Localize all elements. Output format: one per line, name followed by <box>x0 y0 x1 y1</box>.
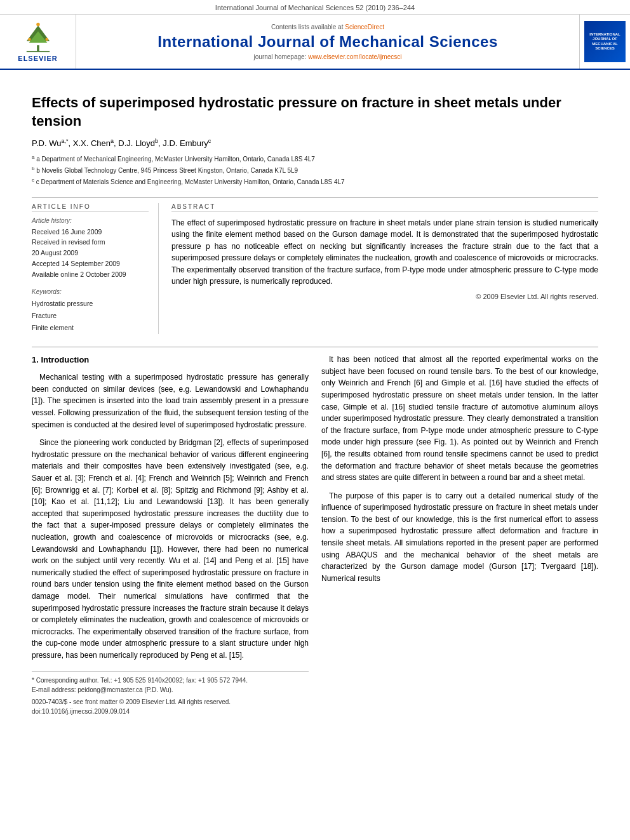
affiliation-a: a a Department of Mechanical Engineering… <box>32 154 598 164</box>
keyword-1: Hydrostatic pressure <box>32 298 149 310</box>
author-lloyd: D.J. Lloyd <box>118 139 155 149</box>
copyright-line: © 2009 Elsevier Ltd. All rights reserved… <box>171 293 598 300</box>
article-info-label: ARTICLE INFO <box>32 203 149 212</box>
journal-header: ELSEVIER Contents lists available at Sci… <box>0 15 630 70</box>
keywords-list: Hydrostatic pressure Fracture Finite ele… <box>32 298 149 334</box>
elsevier-logo: ELSEVIER <box>18 21 57 62</box>
intro-para-1: Mechanical testing with a superimposed h… <box>32 371 309 430</box>
footnote-doi: doi:10.1016/j.ijmecsci.2009.09.014 <box>32 707 309 716</box>
logo-box-text: INTERNATIONALJOURNAL OFMECHANICALSCIENCE… <box>589 32 620 51</box>
accepted-date: Accepted 14 September 2009 <box>32 258 149 269</box>
elsevier-label: ELSEVIER <box>18 55 57 62</box>
received-date: Received 16 June 2009 <box>32 227 149 237</box>
section1-heading: 1. Introduction <box>32 354 309 366</box>
body-col-right: It has been noticed that almost all the … <box>321 354 598 716</box>
available-date: Available online 2 October 2009 <box>32 269 149 280</box>
svg-rect-0 <box>37 45 39 51</box>
journal-logo-area: INTERNATIONALJOURNAL OFMECHANICALSCIENCE… <box>579 15 630 69</box>
svg-point-4 <box>28 38 31 41</box>
abstract-col: ABSTRACT The effect of superimposed hydr… <box>171 203 598 335</box>
body-section: 1. Introduction Mechanical testing with … <box>32 354 598 716</box>
sciencedirect-link[interactable]: ScienceDirect <box>345 23 384 30</box>
intro-para-2: Since the pioneering work conducted by B… <box>32 437 309 661</box>
svg-point-3 <box>36 23 39 26</box>
keyword-2: Fracture <box>32 310 149 322</box>
affiliation-c: c c Department of Materials Science and … <box>32 177 598 187</box>
footnote-issn: 0020-7403/$ - see front matter © 2009 El… <box>32 697 309 707</box>
received-revised-date: 20 August 2009 <box>32 248 149 258</box>
article-info-col: ARTICLE INFO Article history: Received 1… <box>32 203 159 335</box>
author-chen: X.X. Chen <box>73 139 111 149</box>
journal-logo-box: INTERNATIONALJOURNAL OFMECHANICALSCIENCE… <box>584 21 626 62</box>
keyword-3: Finite element <box>32 322 149 334</box>
intro-para-4: The purpose of this paper is to carry ou… <box>321 490 598 585</box>
divider-1 <box>32 197 598 198</box>
footnote-corresponding: * Corresponding author. Tel.: +1 905 525… <box>32 676 309 685</box>
elsevier-logo-area: ELSEVIER <box>0 15 76 69</box>
sciencedirect-line: Contents lists available at ScienceDirec… <box>271 23 384 30</box>
affiliation-b: b b Novelis Global Technology Centre, 94… <box>32 165 598 176</box>
body-col-left: 1. Introduction Mechanical testing with … <box>32 354 309 716</box>
journal-reference-text: International Journal of Mechanical Scie… <box>215 4 415 11</box>
svg-point-5 <box>45 38 48 41</box>
abstract-text: The effect of superimposed hydrostatic p… <box>171 217 598 288</box>
received-revised-label: Received in revised form <box>32 237 149 248</box>
article-history-label: Article history: <box>32 217 149 224</box>
intro-para-3: It has been noticed that almost all the … <box>321 354 598 484</box>
author-wu: P.D. Wu <box>32 139 61 149</box>
footnote-section: * Corresponding author. Tel.: +1 905 525… <box>32 671 309 716</box>
journal-title: International Journal of Mechanical Scie… <box>158 33 497 51</box>
authors-line: P.D. Wua,*, X.X. Chena, D.J. Lloydb, J.D… <box>32 138 598 148</box>
journal-title-area: Contents lists available at ScienceDirec… <box>76 15 579 69</box>
affiliations: a a Department of Mechanical Engineering… <box>32 154 598 188</box>
abstract-label: ABSTRACT <box>171 203 598 212</box>
elsevier-tree-icon <box>19 21 57 53</box>
homepage-link[interactable]: www.elsevier.com/locate/ijmecsci <box>308 53 401 60</box>
journal-reference-bar: International Journal of Mechanical Scie… <box>0 0 630 15</box>
page: International Journal of Mechanical Scie… <box>0 0 630 840</box>
article-info-abstract-section: ARTICLE INFO Article history: Received 1… <box>32 203 598 335</box>
footnote-email: E-mail address: peidong@mcmaster.ca (P.D… <box>32 685 309 695</box>
journal-homepage-line: journal homepage: www.elsevier.com/locat… <box>254 53 402 60</box>
article-content: Effects of superimposed hydrostatic pres… <box>0 70 630 729</box>
divider-2 <box>32 347 598 347</box>
author-embury: J.D. Embury <box>163 139 208 149</box>
keywords-label: Keywords: <box>32 288 149 295</box>
svg-rect-6 <box>26 51 49 52</box>
article-title: Effects of superimposed hydrostatic pres… <box>32 94 598 130</box>
